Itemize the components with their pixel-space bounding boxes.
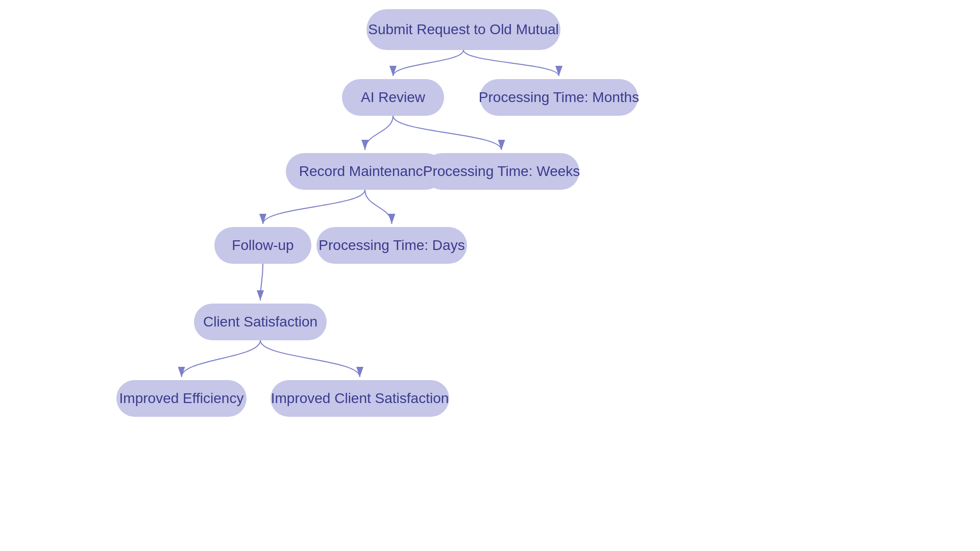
node-record-maintenance[interactable]: Record Maintenance [286,153,444,190]
node-processing-months[interactable]: Processing Time: Months [480,79,638,116]
node-improved-client-satisfaction[interactable]: Improved Client Satisfaction [271,380,449,417]
node-client-satisfaction[interactable]: Client Satisfaction [194,304,327,340]
node-processing-weeks[interactable]: Processing Time: Weeks [424,153,579,190]
node-ai-review[interactable]: AI Review [342,79,444,116]
node-improved-efficiency[interactable]: Improved Efficiency [116,380,247,417]
node-processing-days[interactable]: Processing Time: Days [316,227,467,264]
node-followup[interactable]: Follow-up [214,227,311,264]
node-submit[interactable]: Submit Request to Old Mutual [366,9,560,50]
diagram-container: Submit Request to Old Mutual AI Review P… [0,0,980,551]
